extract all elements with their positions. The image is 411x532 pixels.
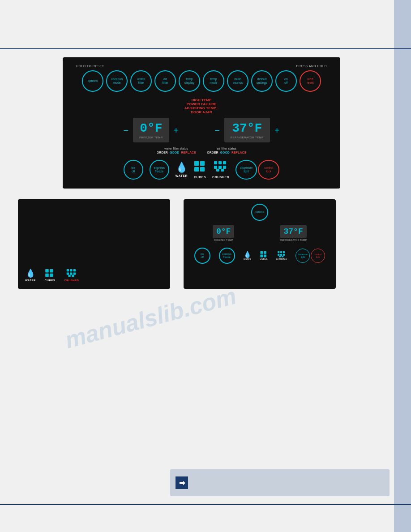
ice-off-button[interactable]: iceoff	[124, 160, 143, 180]
dispenser-light-button[interactable]: dispenserlight	[235, 160, 257, 180]
svg-rect-13	[50, 269, 53, 273]
small-freezer-label: FREEZER TEMP	[213, 239, 234, 241]
express-freeze-button[interactable]: expressfreeze	[150, 160, 169, 180]
small-crushed-button[interactable]: CRUSHED	[64, 269, 79, 282]
small-right-cubes-label: CUBES	[260, 257, 267, 260]
svg-rect-33	[283, 254, 285, 256]
water-filter-indicators: ORDER GOOD REPLACE	[157, 151, 196, 154]
crushed-icon	[214, 161, 227, 174]
freezer-temp-display: 0°F FREEZER TEMP	[133, 118, 169, 142]
svg-rect-29	[280, 251, 282, 253]
small-right-water-icon: 💧	[244, 251, 251, 258]
svg-rect-30	[283, 251, 285, 253]
svg-rect-12	[46, 269, 49, 273]
water-order-indicator: ORDER	[157, 151, 168, 154]
small-right-crushed-icon	[278, 251, 286, 257]
svg-rect-8	[218, 166, 222, 169]
air-filter-section: air filter status ORDER GOOD REPLACE	[207, 147, 246, 154]
svg-rect-2	[194, 167, 199, 172]
small-cubes-button[interactable]: CUBES	[45, 269, 56, 282]
svg-rect-32	[280, 254, 282, 256]
high-temp-status: HIGH TEMP	[72, 98, 331, 102]
small-water-button[interactable]: 💧 WATER	[25, 269, 36, 282]
svg-rect-10	[216, 169, 219, 172]
temp-display-row: − 0°F FREEZER TEMP + − 37°F REFRIGERATOR…	[72, 118, 331, 142]
svg-rect-9	[223, 166, 226, 169]
air-filter-indicators: ORDER GOOD REPLACE	[207, 151, 246, 154]
vacation-mode-button[interactable]: vacationmode	[106, 70, 128, 92]
freezer-plus-button[interactable]: +	[174, 126, 179, 135]
small-left-panel: 💧 WATER CUBES	[18, 199, 170, 289]
small-right-water[interactable]: 💧 WATER	[244, 251, 252, 261]
small-fridge-label: REFRIGERATOR TEMP	[280, 239, 307, 241]
dispenser-controls: dispenserlight controllock	[235, 160, 279, 180]
on-off-button[interactable]: onoff	[275, 70, 297, 92]
air-filter-status-label: air filter status	[207, 147, 246, 150]
small-right-crushed-label: CRUSHED	[276, 257, 287, 260]
svg-rect-3	[200, 167, 205, 172]
water-replace-indicator: REPLACE	[181, 151, 196, 154]
air-order-indicator: ORDER	[207, 151, 218, 154]
svg-rect-21	[73, 273, 76, 275]
small-fridge-display: 37°F REFRIGERATOR TEMP	[280, 225, 307, 241]
small-control-lock-button[interactable]: controllock	[311, 249, 325, 263]
small-water-icon: 💧	[26, 269, 35, 277]
svg-rect-14	[46, 274, 49, 277]
svg-rect-5	[218, 161, 222, 164]
fridge-plus-button[interactable]: +	[274, 126, 280, 135]
small-right-crushed[interactable]: CRUSHED	[276, 251, 287, 260]
water-icon: 💧	[176, 163, 188, 172]
air-replace-indicator: REPLACE	[231, 151, 246, 154]
bottom-divider	[0, 504, 411, 505]
water-dispense-button[interactable]: 💧 WATER	[176, 163, 188, 177]
small-freezer-value: 0°F	[213, 225, 234, 238]
fridge-minus-button[interactable]: −	[214, 126, 220, 135]
air-filter-button[interactable]: airfilter	[154, 70, 176, 92]
mute-sounds-button[interactable]: mutesounds	[227, 70, 248, 92]
svg-rect-15	[50, 274, 53, 277]
temp-mode-button[interactable]: tempmode	[203, 70, 224, 92]
control-lock-button[interactable]: controllock	[258, 160, 279, 180]
cubes-label: CUBES	[194, 176, 206, 179]
svg-rect-31	[278, 254, 279, 256]
default-settings-button[interactable]: defaultsettings	[251, 70, 273, 92]
svg-rect-0	[194, 161, 199, 166]
svg-rect-27	[264, 255, 266, 257]
small-ice-off-button[interactable]: iceoff	[194, 248, 210, 264]
water-filter-button[interactable]: waterfilter	[130, 70, 152, 92]
freezer-temp-label: FREEZER TEMP	[139, 136, 163, 139]
svg-rect-35	[282, 256, 283, 257]
temp-display-button[interactable]: tempdisplay	[179, 70, 200, 92]
small-express-freeze-button[interactable]: expressfreeze	[219, 248, 235, 264]
svg-rect-20	[70, 273, 72, 275]
right-sidebar	[394, 0, 411, 532]
small-options-button[interactable]: options	[251, 204, 268, 221]
main-control-panel: HOLD TO RESET PRESS AND HOLD options vac…	[63, 57, 340, 189]
crushed-label: CRUSHED	[212, 176, 229, 179]
options-button[interactable]: options	[82, 70, 103, 92]
water-filter-status-label: water filter status	[157, 147, 196, 150]
alert-reset-button[interactable]: alertreset	[300, 70, 321, 92]
freezer-minus-button[interactable]: −	[124, 126, 129, 135]
small-right-water-label: WATER	[244, 258, 252, 261]
svg-rect-18	[73, 269, 76, 271]
small-freezer-display: 0°F FREEZER TEMP	[213, 225, 234, 241]
air-good-indicator: GOOD	[220, 151, 230, 154]
svg-rect-26	[260, 255, 263, 257]
svg-rect-7	[214, 166, 217, 169]
cubes-dispense-button[interactable]: CUBES	[194, 161, 206, 179]
panel-top-labels: HOLD TO RESET PRESS AND HOLD	[72, 64, 331, 68]
water-filter-section: water filter status ORDER GOOD REPLACE	[157, 147, 196, 154]
svg-rect-23	[72, 275, 74, 277]
small-right-cubes[interactable]: CUBES	[260, 251, 267, 260]
small-right-panel: options 0°F FREEZER TEMP 37°F REFRIGERAT…	[184, 199, 336, 289]
svg-rect-28	[278, 251, 279, 253]
cubes-icon	[194, 161, 206, 174]
crushed-dispense-button[interactable]: CRUSHED	[212, 161, 229, 179]
small-right-bottom-icons: iceoff expressfreeze 💧 WATER CUBES	[190, 248, 330, 264]
lower-row: 💧 WATER CUBES	[18, 199, 376, 289]
svg-rect-24	[260, 251, 263, 254]
svg-rect-34	[279, 256, 281, 257]
small-dispenser-light-button[interactable]: dispenserlight	[295, 249, 310, 263]
small-left-icons: 💧 WATER CUBES	[25, 269, 163, 282]
